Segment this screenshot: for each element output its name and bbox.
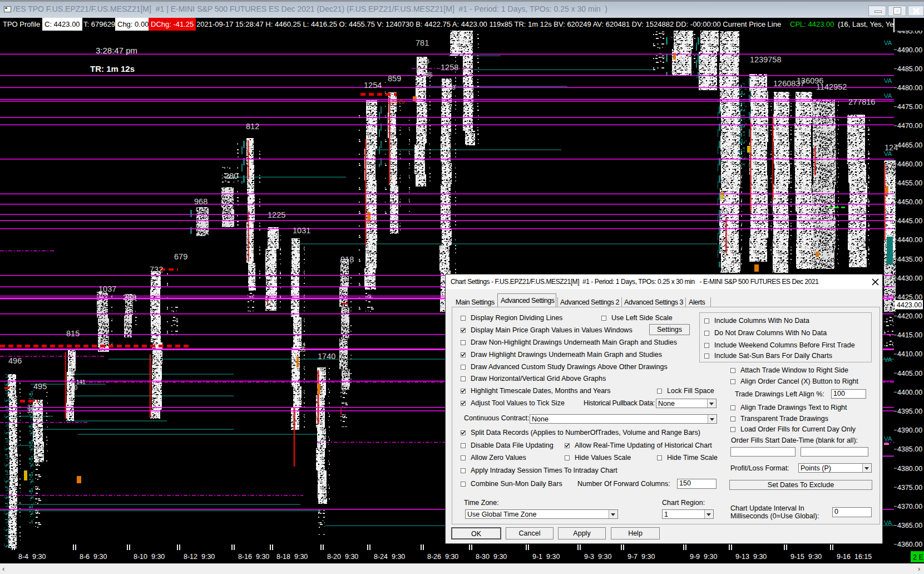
- svg-text:918: 918: [340, 255, 354, 264]
- svg-text:4370.00: 4370.00: [897, 503, 922, 511]
- svg-text:4465.00: 4465.00: [897, 141, 922, 149]
- svg-text:8-20 9:30: 8-20 9:30: [327, 553, 358, 561]
- svg-text:3:28:47 pm: 3:28:47 pm: [96, 46, 137, 55]
- svg-text:815: 815: [66, 329, 80, 338]
- svg-text:4440.00: 4440.00: [897, 236, 922, 244]
- svg-text:4400.00: 4400.00: [897, 389, 922, 396]
- svg-text:280: 280: [225, 171, 238, 180]
- svg-text:VA: VA: [884, 92, 892, 99]
- svg-text:1037: 1037: [98, 284, 116, 293]
- svg-text:4360.00: 4360.00: [897, 541, 922, 548]
- svg-text:4460.00: 4460.00: [897, 160, 922, 168]
- svg-text:1740: 1740: [318, 352, 335, 361]
- svg-text:55: 55: [299, 347, 306, 353]
- svg-text:496: 496: [8, 356, 22, 365]
- svg-text:4445.00: 4445.00: [897, 217, 922, 225]
- svg-text:679: 679: [174, 252, 187, 261]
- svg-text:1239758: 1239758: [750, 55, 781, 64]
- svg-text:288: 288: [123, 293, 136, 302]
- svg-text:4470.00: 4470.00: [897, 122, 922, 130]
- svg-text:4375.00: 4375.00: [897, 484, 922, 492]
- svg-text:186: 186: [423, 72, 433, 78]
- svg-text:2 E: 2 E: [913, 553, 923, 561]
- svg-text:1258: 1258: [441, 63, 458, 72]
- svg-text:8-12 9:30: 8-12 9:30: [184, 553, 215, 561]
- svg-text:732: 732: [150, 265, 163, 274]
- svg-text:495: 495: [33, 382, 47, 391]
- svg-text:1675: 1675: [391, 98, 404, 105]
- svg-text:9-1 9:30: 9-1 9:30: [532, 553, 560, 561]
- svg-text:277816: 277816: [848, 97, 875, 106]
- svg-text:328: 328: [27, 408, 37, 414]
- svg-text:9-3 9:30: 9-3 9:30: [584, 553, 611, 561]
- svg-text:9-16 16:15: 9-16 16:15: [837, 553, 872, 561]
- svg-text:9-7 9:30: 9-7 9:30: [627, 553, 655, 561]
- svg-text:8-4 9:30: 8-4 9:30: [18, 553, 46, 561]
- svg-text:859: 859: [388, 74, 401, 83]
- svg-text:8-16 9:30: 8-16 9:30: [238, 553, 269, 561]
- svg-text:VA: VA: [884, 40, 892, 46]
- svg-text:812: 812: [246, 122, 259, 131]
- svg-text:VA: VA: [884, 150, 892, 157]
- svg-text:781: 781: [416, 38, 429, 47]
- svg-text:153: 153: [420, 58, 429, 65]
- svg-text:1142952: 1142952: [816, 82, 847, 91]
- svg-text:4490.00: 4490.00: [897, 46, 922, 54]
- svg-text:VA: VA: [884, 77, 892, 84]
- svg-text:4395.00: 4395.00: [897, 408, 922, 415]
- svg-text:4410.00: 4410.00: [897, 350, 922, 358]
- svg-text:8-18 9:30: 8-18 9:30: [276, 553, 308, 561]
- svg-text:VA: VA: [884, 356, 892, 363]
- svg-text:4390.00: 4390.00: [897, 426, 922, 434]
- svg-text:VA: VA: [884, 519, 892, 526]
- svg-text:VA: VA: [884, 435, 892, 442]
- svg-text:4435.00: 4435.00: [897, 256, 922, 263]
- svg-text:1254: 1254: [364, 81, 382, 90]
- svg-text:4450.00: 4450.00: [897, 198, 922, 206]
- svg-text:4380.00: 4380.00: [897, 465, 922, 473]
- svg-text:8-26 9:30: 8-26 9:30: [427, 553, 458, 561]
- svg-text:1225: 1225: [268, 210, 285, 219]
- svg-text:1031: 1031: [293, 226, 310, 235]
- svg-text:9-15 9:30: 9-15 9:30: [790, 553, 822, 561]
- svg-text:4423.00: 4423.00: [897, 301, 922, 309]
- svg-text:4455.00: 4455.00: [897, 179, 922, 187]
- svg-text:4485.00: 4485.00: [897, 65, 922, 73]
- svg-text:4430.00: 4430.00: [897, 274, 922, 282]
- svg-text:30: 30: [71, 385, 78, 391]
- svg-text:4405.00: 4405.00: [897, 370, 922, 377]
- svg-text:4480.00: 4480.00: [897, 84, 922, 92]
- svg-text:8-10 9:30: 8-10 9:30: [134, 553, 165, 561]
- svg-text:4425.00: 4425.00: [897, 293, 922, 301]
- svg-text:4475.00: 4475.00: [897, 103, 922, 111]
- svg-text:4420.00: 4420.00: [897, 312, 922, 320]
- svg-text:968: 968: [194, 197, 207, 206]
- svg-text:8-24 9:30: 8-24 9:30: [374, 553, 405, 561]
- svg-text:9-9 9:30: 9-9 9:30: [690, 553, 717, 561]
- svg-text:141: 141: [76, 379, 86, 385]
- svg-text:TR: 1m 12s: TR: 1m 12s: [90, 64, 135, 73]
- svg-text:8-6 9:30: 8-6 9:30: [80, 553, 107, 561]
- svg-text:9-13 9:30: 9-13 9:30: [735, 553, 767, 561]
- svg-text:8-30 9:30: 8-30 9:30: [476, 553, 507, 561]
- svg-text:4385.00: 4385.00: [897, 445, 922, 453]
- svg-text:203: 203: [446, 85, 456, 91]
- svg-text:4415.00: 4415.00: [897, 331, 922, 339]
- svg-text:4365.00: 4365.00: [897, 522, 922, 529]
